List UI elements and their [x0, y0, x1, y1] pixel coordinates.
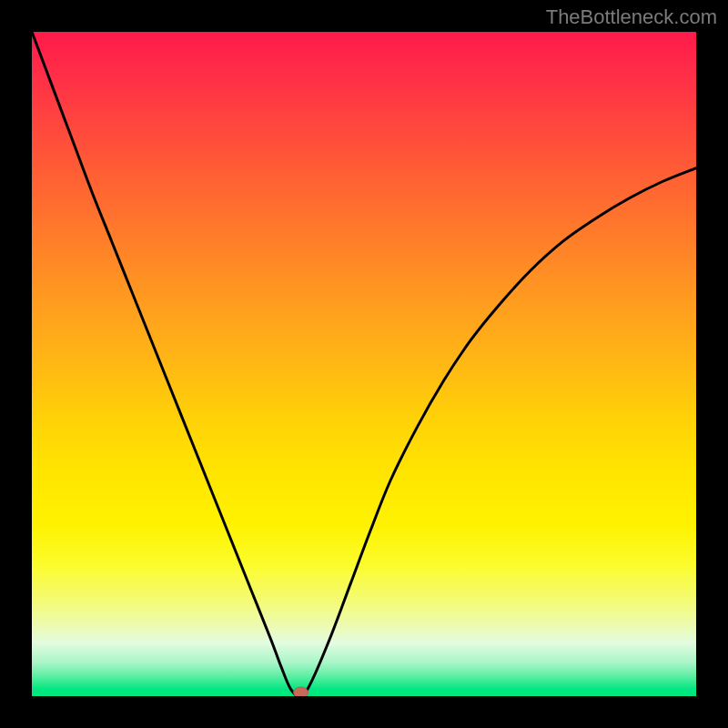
curve-svg	[32, 32, 696, 696]
plot-area	[32, 32, 696, 696]
min-point-marker	[294, 687, 308, 696]
chart-frame: TheBottleneck.com	[0, 0, 728, 728]
bottleneck-curve	[32, 32, 696, 696]
watermark-text: TheBottleneck.com	[546, 5, 717, 29]
